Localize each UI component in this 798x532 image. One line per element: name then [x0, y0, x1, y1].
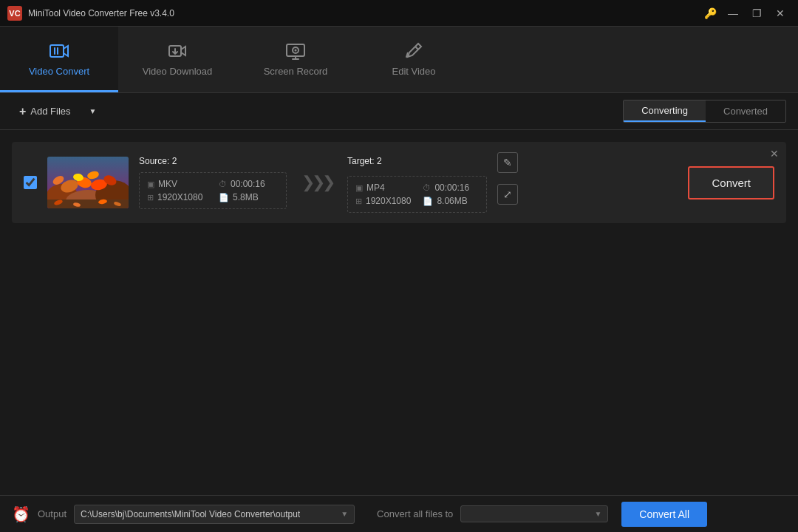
- convert-all-format-selector[interactable]: ▼: [460, 505, 608, 522]
- target-clock-icon: ⏱: [423, 183, 431, 192]
- key-icon: 🔑: [704, 7, 717, 19]
- tab-video-download[interactable]: Video Download: [118, 27, 236, 92]
- close-button[interactable]: ✕: [770, 6, 791, 21]
- target-format-item: ▣ MP4: [355, 183, 411, 193]
- expand-icon: ⤢: [503, 188, 512, 200]
- add-files-dropdown-button[interactable]: ▼: [84, 102, 102, 121]
- target-format: MP4: [366, 183, 385, 193]
- output-path-selector[interactable]: C:\Users\bj\Documents\MiniTool Video Con…: [74, 505, 355, 524]
- target-filesize-icon: 📄: [423, 197, 433, 206]
- source-format-item: ▣ MKV: [147, 179, 207, 189]
- tab-screen-record-label: Screen Record: [264, 66, 328, 77]
- add-files-button[interactable]: + Add Files: [12, 100, 78, 123]
- target-resolution: 1920X1080: [366, 196, 411, 206]
- chevron-down-icon: ▼: [89, 107, 97, 115]
- plus-icon: +: [19, 105, 26, 118]
- source-resolution: 1920X1080: [157, 192, 202, 202]
- screen-record-icon: [285, 41, 306, 61]
- source-format: MKV: [158, 179, 177, 189]
- titlebar-controls: — ❐ ✕: [723, 6, 791, 21]
- target-edit-button[interactable]: ✎: [497, 152, 518, 173]
- tab-edit-video-label: Edit Video: [392, 66, 435, 77]
- arrow-icon: ❯❯❯: [301, 173, 332, 192]
- target-format-icon: ▣: [355, 183, 363, 193]
- target-info-grid: ▣ MP4 ⏱ 00:00:16 ⊞ 1920X1080 📄: [347, 176, 487, 213]
- target-resolution-icon: ⊞: [355, 197, 362, 206]
- target-label: Target: 2: [347, 156, 382, 166]
- clock-icon-small: ⏱: [219, 180, 227, 188]
- format-icon: ▣: [147, 180, 154, 189]
- tab-edit-video[interactable]: Edit Video: [355, 27, 473, 92]
- toolbar: + Add Files ▼ Converting Converted: [0, 93, 798, 130]
- filesize-icon: 📄: [219, 193, 229, 202]
- converted-tab[interactable]: Converted: [706, 100, 785, 122]
- bottom-bar: ⏰ Output C:\Users\bj\Documents\MiniTool …: [0, 495, 798, 532]
- tab-video-convert[interactable]: Video Convert: [0, 27, 118, 92]
- titlebar-title: MiniTool Video Converter Free v3.4.0: [28, 8, 704, 18]
- titlebar: VC MiniTool Video Converter Free v3.4.0 …: [0, 0, 798, 27]
- source-duration: 00:00:16: [231, 179, 265, 189]
- output-chevron-icon: ▼: [341, 510, 348, 518]
- edit-icon: ✎: [503, 157, 512, 168]
- source-duration-item: ⏱ 00:00:16: [219, 179, 279, 189]
- convert-all-button[interactable]: Convert All: [621, 502, 707, 527]
- resolution-icon: ⊞: [147, 193, 154, 202]
- nav-tabs: Video Convert Video Download Screen Reco…: [0, 27, 798, 93]
- tab-video-convert-label: Video Convert: [29, 66, 89, 77]
- close-item-button[interactable]: ✕: [767, 146, 782, 161]
- target-view-button[interactable]: ⤢: [497, 184, 518, 205]
- target-resolution-item: ⊞ 1920X1080: [355, 196, 411, 206]
- target-duration: 00:00:16: [434, 183, 469, 193]
- minimize-button[interactable]: —: [723, 6, 743, 21]
- tab-video-download-label: Video Download: [143, 66, 212, 77]
- source-resolution-item: ⊞ 1920X1080: [147, 192, 207, 202]
- arrows-section: ❯❯❯: [301, 173, 332, 192]
- target-duration-item: ⏱ 00:00:16: [423, 183, 478, 193]
- main-content: Source: 2 ▣ MKV ⏱ 00:00:16 ⊞ 1920X1080: [0, 130, 798, 495]
- svg-point-4: [295, 49, 297, 51]
- source-size: 5.8MB: [233, 192, 259, 202]
- sub-tab-group: Converting Converted: [623, 100, 786, 123]
- add-files-label: Add Files: [30, 106, 70, 117]
- tab-screen-record[interactable]: Screen Record: [236, 27, 355, 92]
- video-convert-icon: [49, 41, 69, 61]
- target-size: 8.06MB: [437, 196, 467, 206]
- target-size-item: 📄 8.06MB: [423, 196, 478, 206]
- target-section: Target: 2 ✎ ▣ MP4 ⏱ 00:00:16: [347, 152, 518, 213]
- convert-all-label: Convert all files to: [377, 508, 453, 519]
- source-size-item: 📄 5.8MB: [219, 192, 279, 202]
- output-label: Output: [38, 508, 66, 519]
- app-icon: VC: [7, 6, 22, 21]
- file-thumbnail: [47, 157, 129, 208]
- convert-all-chevron-icon: ▼: [594, 510, 601, 518]
- edit-video-icon: [403, 41, 424, 61]
- video-download-icon: [167, 41, 188, 61]
- source-info-grid: ▣ MKV ⏱ 00:00:16 ⊞ 1920X1080 📄 5.8MB: [139, 172, 287, 209]
- file-card-wrapper: Source: 2 ▣ MKV ⏱ 00:00:16 ⊞ 1920X1080: [12, 142, 786, 223]
- file-card: Source: 2 ▣ MKV ⏱ 00:00:16 ⊞ 1920X1080: [12, 142, 786, 223]
- file-checkbox[interactable]: [24, 176, 37, 189]
- clock-icon: ⏰: [12, 505, 30, 523]
- source-section: Source: 2 ▣ MKV ⏱ 00:00:16 ⊞ 1920X1080: [139, 156, 287, 209]
- target-info-row: ▣ MP4 ⏱ 00:00:16 ⊞ 1920X1080 📄: [347, 176, 518, 213]
- restore-button[interactable]: ❐: [746, 6, 767, 21]
- source-label: Source: 2: [139, 156, 287, 166]
- output-path-text: C:\Users\bj\Documents\MiniTool Video Con…: [81, 509, 300, 519]
- converting-tab[interactable]: Converting: [624, 100, 706, 122]
- convert-button[interactable]: Convert: [688, 166, 774, 200]
